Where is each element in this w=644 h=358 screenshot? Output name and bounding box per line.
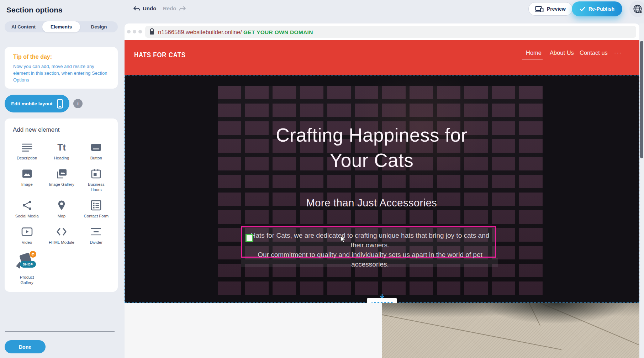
edit-mobile-layout-label: Edit mobile layout	[11, 101, 52, 106]
image-gallery-icon	[56, 168, 67, 179]
url-text[interactable]: n1566589.websitebuilder.online/	[158, 29, 242, 36]
divider-icon	[90, 226, 102, 237]
button-icon	[90, 142, 102, 153]
check-icon	[580, 7, 585, 11]
preview-label: Preview	[547, 6, 566, 12]
nav-more[interactable]: ···	[614, 49, 622, 56]
done-button[interactable]: Done	[5, 340, 46, 353]
nav-home-underline	[522, 59, 543, 59]
tip-title: Tip of the day:	[13, 54, 109, 60]
hero-subheading[interactable]: More than Just Accessories	[125, 197, 618, 209]
contact-form-icon	[90, 200, 102, 211]
info-button[interactable]: i	[73, 99, 83, 108]
image-icon	[21, 168, 33, 179]
nav-about-us[interactable]: About Us	[550, 49, 574, 56]
element-video[interactable]: Video	[10, 226, 44, 245]
site-header	[125, 40, 639, 75]
lock-icon	[149, 28, 155, 35]
upload-arrow-icon	[31, 252, 35, 256]
element-social-media[interactable]: Social Media	[10, 200, 44, 219]
element-image[interactable]: Image	[10, 168, 44, 193]
map-pin-icon	[56, 200, 67, 211]
paragraph-selection-box[interactable]: Hats for Cats, we are dedicated to craft…	[241, 226, 496, 258]
nav-contact-us[interactable]: Contact us	[580, 49, 608, 56]
element-grid: Description Tt Heading Button Image	[10, 142, 114, 285]
tip-card: Tip of the day: Now you can add, move an…	[5, 47, 118, 89]
code-icon	[56, 226, 67, 237]
element-business-hours[interactable]: Business Hours	[79, 168, 114, 193]
heading-icon: Tt	[57, 142, 66, 153]
tab-design[interactable]: Design	[80, 21, 118, 32]
hero-section[interactable]: Crafting Happiness for Your Cats More th…	[125, 75, 639, 303]
video-icon	[21, 226, 33, 237]
element-image-gallery[interactable]: Image Gallery	[44, 168, 79, 193]
sidebar-divider	[5, 331, 115, 332]
preview-button[interactable]: Preview	[528, 2, 572, 16]
hero-heading[interactable]: Crafting Happiness for Your Cats	[125, 122, 618, 173]
window-dot-2	[133, 30, 136, 33]
undo-icon	[133, 6, 140, 11]
element-button[interactable]: Button	[79, 142, 114, 161]
undo-label: Undo	[143, 5, 156, 11]
resize-dotted-line	[371, 302, 393, 303]
site-logo[interactable]: HATS FOR CATS	[134, 51, 186, 59]
description-icon	[21, 142, 33, 153]
element-divider[interactable]: Divider	[79, 226, 114, 245]
page-title: Section options	[6, 6, 63, 14]
redo-icon	[179, 6, 186, 11]
republish-button[interactable]: Re-Publish	[572, 1, 622, 16]
element-html-module[interactable]: HTML Module	[44, 226, 79, 245]
hero-paragraph[interactable]: Hats for Cats, we are dedicated to craft…	[249, 231, 491, 269]
add-element-title: Add new element	[13, 126, 59, 133]
redo-button[interactable]: Redo	[163, 5, 186, 11]
mouse-cursor	[340, 236, 346, 243]
republish-label: Re-Publish	[588, 6, 614, 12]
product-gallery-icon: SHOP	[15, 252, 39, 272]
next-section-image	[382, 303, 639, 358]
element-contact-form[interactable]: Contact Form	[79, 200, 114, 219]
globe-icon	[633, 4, 642, 14]
element-heading[interactable]: Tt Heading	[44, 142, 79, 161]
info-icon: i	[77, 101, 79, 106]
arrow-down-icon	[379, 294, 385, 300]
language-globe-button[interactable]	[629, 1, 644, 17]
window-dot-3	[138, 30, 142, 33]
nav-home[interactable]: Home	[526, 49, 542, 56]
social-media-icon	[22, 200, 32, 211]
tab-elements[interactable]: Elements	[42, 21, 80, 32]
sidebar-tabs: AI Content Elements Design	[5, 21, 118, 32]
page: Section options Undo Redo Preview Re-Pub…	[0, 0, 644, 358]
redo-label: Redo	[163, 5, 176, 11]
pavement-shadow	[382, 303, 639, 358]
phone-icon	[57, 99, 63, 109]
shop-badge: SHOP	[20, 261, 36, 268]
tip-body: Now you can add, move and resize any ele…	[13, 63, 109, 84]
element-map[interactable]: Map	[44, 200, 79, 219]
done-label: Done	[19, 344, 31, 350]
get-domain-link[interactable]: GET YOUR OWN DOMAIN	[243, 29, 313, 36]
business-hours-icon	[90, 168, 102, 179]
tab-ai-content[interactable]: AI Content	[5, 21, 42, 32]
element-description[interactable]: Description	[10, 142, 44, 161]
selection-drag-handle[interactable]	[246, 234, 253, 242]
edit-mobile-layout-button[interactable]: Edit mobile layout	[5, 95, 69, 112]
window-dot-1	[127, 30, 131, 33]
devices-icon	[535, 6, 544, 12]
next-section-blank	[125, 303, 382, 358]
scrollbar-thumb[interactable]	[640, 41, 643, 158]
undo-button[interactable]: Undo	[133, 5, 156, 11]
element-product-gallery[interactable]: SHOP Product Gallery	[10, 252, 44, 285]
